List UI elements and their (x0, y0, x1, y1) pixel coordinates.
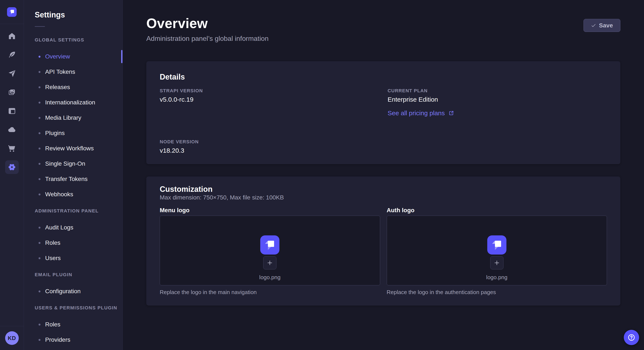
main-content: Overview Administration panel’s global i… (123, 0, 644, 350)
sidebar-item-plugins[interactable]: Plugins (24, 126, 122, 141)
nav-section-label-users-permissions-plugin: Users & Permissions plugin (24, 299, 122, 317)
menu-logo-dropzone[interactable]: logo.png (160, 216, 380, 285)
sidebar-item-users[interactable]: Users (24, 250, 122, 266)
nav-section-label-global-settings: Global settings (24, 31, 122, 49)
sidebar-item-label: Overview (45, 54, 70, 59)
sidebar-item-label: Releases (45, 84, 70, 90)
menu-logo-label: Menu logo (160, 207, 380, 213)
sidebar-item-label: Configuration (45, 288, 81, 294)
sidebar-item-label: Media Library (45, 115, 81, 121)
customization-card: Customization Max dimension: 750×750, Ma… (146, 176, 620, 306)
sidebar-item-label: Audit Logs (45, 224, 73, 230)
auth-logo-hint: Replace the logo in the authentication p… (387, 289, 607, 296)
rail-item-cloud[interactable] (0, 120, 24, 139)
images-icon (8, 88, 16, 97)
settings-nav: Global settingsOverviewAPI TokensRelease… (24, 31, 122, 348)
sidebar-item-api-tokens[interactable]: API Tokens (24, 64, 122, 80)
rail-item-marketplace[interactable] (0, 139, 24, 158)
save-button-label: Save (599, 22, 613, 29)
bullet-icon (38, 324, 40, 326)
menu-logo-hint: Replace the logo in the main navigation (160, 289, 380, 296)
sidebar-item-releases[interactable]: Releases (24, 80, 122, 95)
cart-icon (8, 144, 16, 153)
workspace-logo-area (0, 0, 24, 24)
rail-item-deploy[interactable] (0, 64, 24, 83)
sidebar-item-roles[interactable]: Roles (24, 317, 122, 332)
sidebar-header: Settings (24, 0, 122, 20)
sidebar-item-webhooks[interactable]: Webhooks (24, 187, 122, 202)
sidebar-item-internationalization[interactable]: Internationalization (24, 95, 122, 110)
bullet-icon (38, 56, 40, 58)
settings-sidebar: Settings Global settingsOverviewAPI Toke… (24, 0, 123, 350)
user-avatar[interactable]: KD (5, 331, 19, 345)
page-header: Overview Administration panel’s global i… (146, 16, 620, 42)
settings-active-chip (5, 160, 19, 174)
check-icon (591, 23, 596, 28)
sidebar-item-audit-logs[interactable]: Audit Logs (24, 220, 122, 235)
current-plan-label: Current plan (388, 88, 607, 94)
help-button[interactable] (624, 330, 639, 345)
rail-item-settings[interactable] (0, 158, 24, 176)
details-card: Details Strapi version v5.0.0-rc.19 Curr… (146, 61, 620, 164)
bullet-icon (38, 339, 40, 341)
strapi-logo-icon (263, 238, 277, 252)
layout-icon (8, 107, 16, 115)
menu-logo-add-button[interactable] (263, 256, 276, 269)
details-grid: Strapi version v5.0.0-rc.19 Current plan… (160, 88, 607, 154)
bullet-icon (38, 178, 40, 180)
current-plan-value: Enterprise Edition (388, 96, 607, 103)
sidebar-item-single-sign-on[interactable]: Single Sign-On (24, 156, 122, 172)
sidebar-item-label: Transfer Tokens (45, 176, 88, 182)
save-button[interactable]: Save (584, 19, 620, 32)
sidebar-item-label: API Tokens (45, 69, 75, 75)
bullet-icon (38, 117, 40, 119)
auth-logo-dropzone[interactable]: logo.png (387, 216, 607, 285)
sidebar-item-label: Webhooks (45, 191, 73, 197)
bullet-icon (38, 257, 40, 259)
strapi-logo-icon (490, 238, 504, 252)
rail-item-content-type-builder[interactable] (0, 45, 24, 64)
auth-logo-label: Auth logo (387, 207, 607, 213)
node-version-value: v18.20.3 (160, 147, 379, 154)
auth-logo-field: Auth logo logo.png Replace the logo in t… (387, 207, 607, 296)
menu-logo-field: Menu logo logo.png Replace the logo in t… (160, 207, 380, 296)
app-root: KD Settings Global settingsOverviewAPI T… (0, 0, 644, 350)
sidebar-item-label: Review Workflows (45, 146, 94, 151)
pricing-plans-link[interactable]: See all pricing plans (388, 109, 454, 117)
sidebar-item-label: Users (45, 255, 61, 261)
uploads-grid: Menu logo logo.png Replace the logo in t… (160, 207, 607, 296)
details-card-title: Details (160, 73, 607, 81)
sidebar-item-configuration[interactable]: Configuration (24, 284, 122, 299)
rail-item-content-manager[interactable] (0, 102, 24, 120)
sidebar-item-label: Roles (45, 322, 60, 328)
sidebar-item-overview[interactable]: Overview (24, 49, 122, 64)
gear-icon (8, 163, 16, 172)
rail-item-media-library[interactable] (0, 83, 24, 102)
sidebar-item-review-workflows[interactable]: Review Workflows (24, 141, 122, 156)
strapi-version-value: v5.0.0-rc.19 (160, 96, 379, 103)
customization-card-title: Customization (160, 185, 607, 193)
plus-icon (267, 260, 273, 266)
page-subtitle: Administration panel’s global informatio… (146, 34, 268, 42)
sidebar-item-media-library[interactable]: Media Library (24, 110, 122, 126)
bullet-icon (38, 148, 40, 150)
sidebar-item-label: Single Sign-On (45, 161, 85, 167)
strapi-logo[interactable] (7, 7, 16, 17)
sidebar-item-label: Roles (45, 240, 60, 246)
plus-icon (494, 260, 500, 266)
sidebar-item-providers[interactable]: Providers (24, 332, 122, 348)
external-link-icon (448, 110, 454, 116)
customization-card-subtitle: Max dimension: 750×750, Max file size: 1… (160, 194, 607, 201)
strapi-version-field: Strapi version v5.0.0-rc.19 (160, 88, 379, 117)
feather-icon (8, 51, 16, 59)
nav-section-label-administration-panel: Administration panel (24, 202, 122, 220)
auth-logo-preview (487, 235, 506, 255)
auth-logo-add-button[interactable] (490, 256, 504, 269)
title-divider (35, 26, 45, 27)
sidebar-item-roles[interactable]: Roles (24, 235, 122, 250)
sidebar-item-transfer-tokens[interactable]: Transfer Tokens (24, 172, 122, 187)
bullet-icon (38, 71, 40, 73)
bullet-icon (38, 163, 40, 165)
bullet-icon (38, 102, 40, 104)
rail-item-home[interactable] (0, 27, 24, 45)
